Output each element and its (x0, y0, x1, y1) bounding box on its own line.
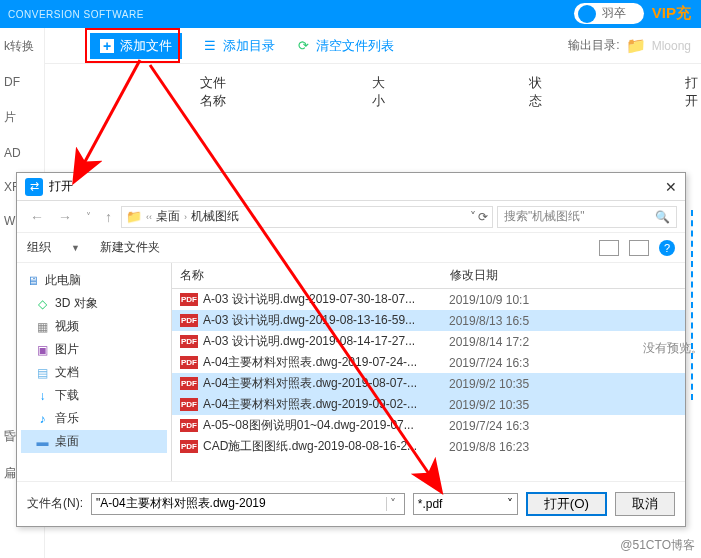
file-row[interactable]: PDFA-03 设计说明.dwg-2019-08-13-16-59...2019… (172, 310, 685, 331)
dropdown-icon[interactable]: ˅ (470, 210, 476, 224)
file-filter[interactable]: *.pdf ˅ (413, 493, 518, 515)
chevron-icon: › (184, 212, 187, 222)
pdf-icon: PDF (180, 335, 198, 348)
organize-button[interactable]: 组织 (27, 239, 51, 256)
close-icon[interactable]: ✕ (665, 179, 677, 195)
pdf-icon: PDF (180, 377, 198, 390)
breadcrumb-part[interactable]: 机械图纸 (191, 208, 239, 225)
app-subtitle: CONVERSION SOFTWARE (8, 9, 144, 20)
download-icon: ↓ (35, 389, 50, 403)
file-name: A-03 设计说明.dwg-2019-08-13-16-59... (203, 312, 449, 329)
pdf-icon: PDF (180, 356, 198, 369)
help-icon[interactable]: ? (659, 240, 675, 256)
sidebar-item[interactable]: DF (0, 65, 44, 99)
tree-desktop[interactable]: ▬桌面 (21, 430, 167, 453)
music-icon: ♪ (35, 412, 50, 426)
add-file-label: 添加文件 (120, 37, 172, 55)
file-name: A-04主要材料对照表.dwg-2019-07-24-... (203, 354, 449, 371)
search-placeholder: 搜索"机械图纸" (504, 208, 585, 225)
list-icon: ☰ (202, 38, 218, 54)
breadcrumb-part[interactable]: 桌面 (156, 208, 180, 225)
tree-3d-objects[interactable]: ◇3D 对象 (21, 292, 167, 315)
picture-icon: ▣ (35, 343, 50, 357)
add-dir-label: 添加目录 (223, 37, 275, 55)
dropdown-icon[interactable]: ▼ (71, 243, 80, 253)
dialog-body: 🖥此电脑 ◇3D 对象 ▦视频 ▣图片 ▤文档 ↓下载 ♪音乐 ▬桌面 名称 修… (17, 263, 685, 481)
tree-documents[interactable]: ▤文档 (21, 361, 167, 384)
sidebar-item[interactable]: k转换 (0, 28, 44, 65)
clear-list-button[interactable]: ⟳ 清空文件列表 (295, 37, 394, 55)
add-dir-button[interactable]: ☰ 添加目录 (202, 37, 275, 55)
file-row[interactable]: PDFA-04主要材料对照表.dwg-2019-08-07-...2019/9/… (172, 373, 685, 394)
search-icon: 🔍 (655, 210, 670, 224)
open-dialog: ⇄ 打开 ✕ ← → ˅ ↑ 📁 ‹‹ 桌面 › 机械图纸 ˅⟳ 搜索"机械图纸… (16, 172, 686, 527)
header-right: 羽卒 VIP充 (574, 3, 691, 24)
vip-badge[interactable]: VIP充 (652, 4, 691, 23)
col-name[interactable]: 名称 (180, 267, 450, 284)
sidebar-item[interactable]: AD (0, 136, 44, 170)
output-path: Mloong (652, 39, 691, 53)
file-row[interactable]: PDFA-04主要材料对照表.dwg-2019-09-02-...2019/9/… (172, 394, 685, 415)
col-open: 打开 (685, 74, 701, 110)
breadcrumb[interactable]: 📁 ‹‹ 桌面 › 机械图纸 ˅⟳ (121, 206, 493, 228)
sidebar-item[interactable]: 片 (0, 99, 44, 136)
file-date: 2019/8/13 16:5 (449, 314, 529, 328)
tree-downloads[interactable]: ↓下载 (21, 384, 167, 407)
dropdown-icon[interactable]: ˅ (386, 497, 400, 511)
tree-this-pc[interactable]: 🖥此电脑 (21, 269, 167, 292)
file-name: A-04主要材料对照表.dwg-2019-09-02-... (203, 396, 449, 413)
col-name: 文件名称 (200, 74, 232, 110)
file-name: A-03 设计说明.dwg-2019-07-30-18-07... (203, 291, 449, 308)
folder-icon: 📁 (126, 209, 142, 224)
pdf-icon: PDF (180, 293, 198, 306)
filename-input[interactable]: "A-04主要材料对照表.dwg-2019 ˅ (91, 493, 405, 515)
preview-pane-icon[interactable] (629, 240, 649, 256)
filter-value: *.pdf (418, 497, 507, 511)
file-row[interactable]: PDFA-05~08图例说明01~04.dwg-2019-07...2019/7… (172, 415, 685, 436)
pdf-icon: PDF (180, 398, 198, 411)
file-date: 2019/9/2 10:35 (449, 377, 529, 391)
col-status: 状态 (529, 74, 545, 110)
pdf-icon: PDF (180, 419, 198, 432)
filename-label: 文件名(N): (27, 495, 83, 512)
recent-icon[interactable]: ˅ (81, 211, 96, 222)
file-row[interactable]: PDFA-04主要材料对照表.dwg-2019-07-24-...2019/7/… (172, 352, 685, 373)
cancel-button[interactable]: 取消 (615, 492, 675, 516)
output-dir: 输出目录: 📁 Mloong (568, 36, 691, 55)
view-icon[interactable] (599, 240, 619, 256)
pdf-icon: PDF (180, 314, 198, 327)
output-dir-label: 输出目录: (568, 37, 619, 54)
file-rows: PDFA-03 设计说明.dwg-2019-07-30-18-07...2019… (172, 289, 685, 481)
cube-icon: ◇ (35, 297, 50, 311)
new-folder-button[interactable]: 新建文件夹 (100, 239, 160, 256)
add-file-button[interactable]: + 添加文件 (90, 33, 182, 59)
up-icon[interactable]: ↑ (100, 209, 117, 225)
tree-music[interactable]: ♪音乐 (21, 407, 167, 430)
file-date: 2019/7/24 16:3 (449, 419, 529, 433)
folder-icon[interactable]: 📁 (626, 36, 646, 55)
dropzone-border (691, 210, 693, 400)
search-input[interactable]: 搜索"机械图纸" 🔍 (497, 206, 677, 228)
file-row[interactable]: PDFCAD施工图图纸.dwg-2019-08-08-16-2...2019/8… (172, 436, 685, 457)
refresh-icon: ⟳ (295, 38, 311, 54)
desktop-icon: ▬ (35, 435, 50, 449)
col-size: 大小 (372, 74, 388, 110)
refresh-icon[interactable]: ⟳ (478, 210, 488, 224)
user-pill[interactable]: 羽卒 (574, 3, 644, 24)
file-date: 2019/9/2 10:35 (449, 398, 529, 412)
file-row[interactable]: PDFA-03 设计说明.dwg-2019-07-30-18-07...2019… (172, 289, 685, 310)
forward-icon[interactable]: → (53, 209, 77, 225)
back-icon[interactable]: ← (25, 209, 49, 225)
file-row[interactable]: PDFA-03 设计说明.dwg-2019-08-14-17-27...2019… (172, 331, 685, 352)
tree-pictures[interactable]: ▣图片 (21, 338, 167, 361)
col-date[interactable]: 修改日期 (450, 267, 677, 284)
file-name: CAD施工图图纸.dwg-2019-08-08-16-2... (203, 438, 449, 455)
tree-videos[interactable]: ▦视频 (21, 315, 167, 338)
open-button[interactable]: 打开(O) (526, 492, 607, 516)
dialog-nav: ← → ˅ ↑ 📁 ‹‹ 桌面 › 机械图纸 ˅⟳ 搜索"机械图纸" 🔍 (17, 201, 685, 233)
file-date: 2019/8/8 16:23 (449, 440, 529, 454)
file-date: 2019/7/24 16:3 (449, 356, 529, 370)
dropdown-icon: ˅ (507, 497, 513, 511)
column-headers: 文件名称 大小 状态 打开 (0, 64, 701, 120)
file-name: A-04主要材料对照表.dwg-2019-08-07-... (203, 375, 449, 392)
